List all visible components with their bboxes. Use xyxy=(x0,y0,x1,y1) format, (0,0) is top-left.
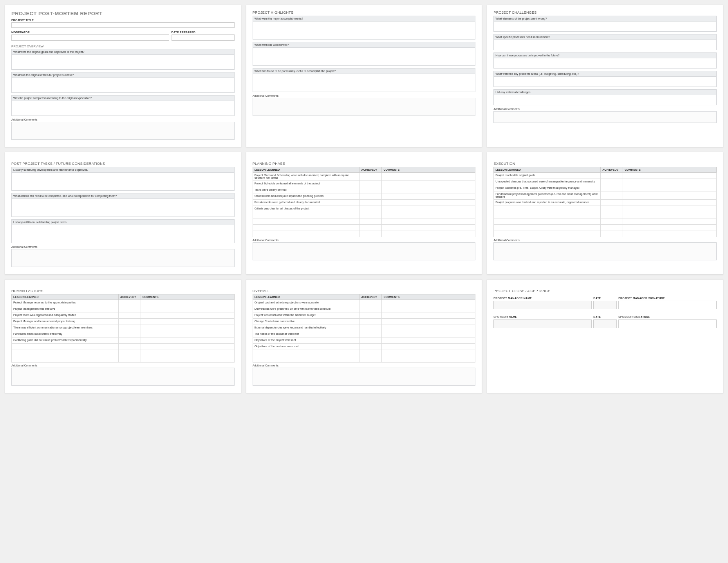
cell-achieved[interactable] xyxy=(118,319,141,325)
cell-comments[interactable] xyxy=(623,231,717,237)
overview-a1[interactable] xyxy=(11,55,235,70)
human-comments-box[interactable] xyxy=(11,368,235,386)
cell-achieved[interactable] xyxy=(359,206,382,212)
cell-comments[interactable] xyxy=(141,350,234,356)
cell-comments[interactable] xyxy=(382,337,475,344)
cell-comments[interactable] xyxy=(382,331,475,337)
cell-comments[interactable] xyxy=(382,325,475,331)
cell-achieved[interactable] xyxy=(118,350,141,356)
cell-comments[interactable] xyxy=(623,212,717,218)
cell-achieved[interactable] xyxy=(359,306,382,312)
cell-comments[interactable] xyxy=(623,225,717,231)
cell-comments[interactable] xyxy=(623,206,717,212)
cell-achieved[interactable] xyxy=(118,337,141,344)
challenges-comments-box[interactable] xyxy=(493,111,717,123)
postproject-comments-box[interactable] xyxy=(11,249,235,267)
cell-achieved[interactable] xyxy=(118,306,141,312)
cell-comments[interactable] xyxy=(623,200,717,206)
cell-achieved[interactable] xyxy=(359,356,382,363)
cell-achieved[interactable] xyxy=(601,179,623,185)
cell-comments[interactable] xyxy=(382,300,475,306)
overview-comments-box[interactable] xyxy=(11,122,235,140)
cell-achieved[interactable] xyxy=(601,191,623,200)
input-project-title[interactable] xyxy=(11,22,235,28)
challenges-a1[interactable] xyxy=(493,22,717,32)
cell-comments[interactable] xyxy=(141,319,234,325)
overview-a3[interactable] xyxy=(11,101,235,116)
cell-comments[interactable] xyxy=(382,306,475,312)
cell-comments[interactable] xyxy=(382,212,475,218)
cell-achieved[interactable] xyxy=(601,200,623,206)
cell-comments[interactable] xyxy=(382,225,475,231)
cell-achieved[interactable] xyxy=(359,181,382,187)
cell-achieved[interactable] xyxy=(601,185,623,191)
cell-achieved[interactable] xyxy=(359,218,382,225)
cell-comments[interactable] xyxy=(382,231,475,237)
cell-comments[interactable] xyxy=(141,300,234,306)
input-date-2[interactable] xyxy=(593,319,617,328)
cell-achieved[interactable] xyxy=(118,325,141,331)
cell-comments[interactable] xyxy=(382,319,475,325)
cell-comments[interactable] xyxy=(141,344,234,350)
cell-achieved[interactable] xyxy=(359,312,382,319)
cell-comments[interactable] xyxy=(141,331,234,337)
input-date-prepared[interactable] xyxy=(172,34,235,41)
cell-achieved[interactable] xyxy=(359,350,382,356)
challenges-a2[interactable] xyxy=(493,40,717,50)
input-pm-name[interactable] xyxy=(493,301,592,309)
highlights-a2[interactable] xyxy=(253,48,476,66)
challenges-a3[interactable] xyxy=(493,58,717,69)
cell-comments[interactable] xyxy=(382,312,475,319)
cell-achieved[interactable] xyxy=(359,331,382,337)
overall-comments-box[interactable] xyxy=(253,368,476,386)
cell-achieved[interactable] xyxy=(359,231,382,237)
cell-comments[interactable] xyxy=(141,325,234,331)
cell-achieved[interactable] xyxy=(359,193,382,200)
cell-achieved[interactable] xyxy=(359,337,382,344)
cell-achieved[interactable] xyxy=(359,225,382,231)
cell-comments[interactable] xyxy=(141,312,234,319)
cell-comments[interactable] xyxy=(382,200,475,206)
cell-achieved[interactable] xyxy=(359,325,382,331)
input-date-1[interactable] xyxy=(593,301,617,309)
cell-comments[interactable] xyxy=(623,179,717,185)
cell-comments[interactable] xyxy=(382,206,475,212)
cell-achieved[interactable] xyxy=(359,187,382,193)
cell-achieved[interactable] xyxy=(359,319,382,325)
cell-comments[interactable] xyxy=(382,181,475,187)
input-moderator[interactable] xyxy=(11,34,169,41)
highlights-comments-box[interactable] xyxy=(253,98,476,116)
cell-achieved[interactable] xyxy=(359,212,382,218)
cell-achieved[interactable] xyxy=(359,300,382,306)
cell-achieved[interactable] xyxy=(601,225,623,231)
cell-achieved[interactable] xyxy=(601,231,623,237)
cell-comments[interactable] xyxy=(382,218,475,225)
input-pm-sig[interactable] xyxy=(618,301,717,309)
cell-achieved[interactable] xyxy=(118,300,141,306)
cell-comments[interactable] xyxy=(382,344,475,350)
highlights-a3[interactable] xyxy=(253,74,476,92)
cell-achieved[interactable] xyxy=(359,344,382,350)
cell-achieved[interactable] xyxy=(359,200,382,206)
cell-comments[interactable] xyxy=(141,337,234,344)
cell-achieved[interactable] xyxy=(118,331,141,337)
challenges-a5[interactable] xyxy=(493,95,717,105)
planning-comments-box[interactable] xyxy=(253,242,476,260)
cell-comments[interactable] xyxy=(382,350,475,356)
input-sponsor-name[interactable] xyxy=(493,319,592,328)
highlights-a1[interactable] xyxy=(253,22,476,40)
cell-achieved[interactable] xyxy=(359,173,382,181)
cell-comments[interactable] xyxy=(623,185,717,191)
cell-achieved[interactable] xyxy=(601,173,623,179)
cell-achieved[interactable] xyxy=(601,218,623,225)
cell-achieved[interactable] xyxy=(118,344,141,350)
postproject-a1[interactable] xyxy=(11,173,235,191)
overview-a2[interactable] xyxy=(11,78,235,93)
cell-comments[interactable] xyxy=(141,356,234,363)
cell-comments[interactable] xyxy=(382,173,475,181)
cell-achieved[interactable] xyxy=(118,312,141,319)
cell-comments[interactable] xyxy=(623,173,717,179)
postproject-a2[interactable] xyxy=(11,199,235,217)
input-sponsor-sig[interactable] xyxy=(618,319,717,328)
cell-comments[interactable] xyxy=(382,187,475,193)
